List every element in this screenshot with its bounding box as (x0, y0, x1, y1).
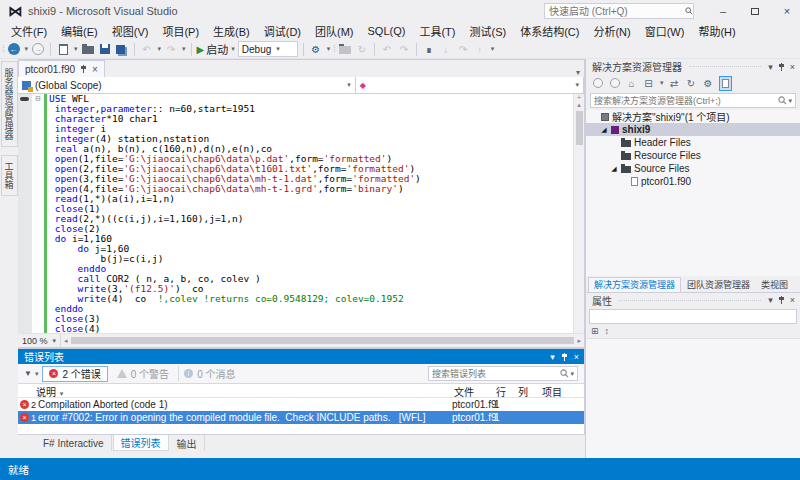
menu-item[interactable]: 视图(V) (105, 21, 156, 41)
menu-item[interactable]: 分析(N) (586, 21, 637, 41)
redo-dropdown-icon[interactable]: ▾ (182, 45, 186, 53)
sort-categorized-icon[interactable]: ⊞ (591, 326, 599, 336)
menu-item[interactable]: SQL(Q) (361, 23, 413, 39)
left-strip-tab[interactable]: 服务器资源管理器 (1, 61, 18, 147)
navigate-back-button[interactable]: ← (7, 41, 21, 57)
tree-item[interactable]: 解决方案"shixi9"(1 个项目) (586, 110, 800, 123)
editor-vscrollbar[interactable]: + ▴ (573, 94, 584, 333)
pin-icon[interactable] (778, 296, 785, 304)
menu-item[interactable]: 体系结构(C) (513, 21, 586, 41)
tree-item[interactable]: Resource Files (586, 149, 800, 162)
right-tab[interactable]: 团队资源管理器 (682, 277, 755, 292)
outline-margin[interactable]: ⊟ (32, 94, 44, 333)
expand-arrow-icon[interactable]: ◢ (610, 165, 618, 173)
solution-search-box[interactable]: ▾ (590, 93, 796, 108)
navigate-back-dropdown-icon[interactable]: ▾ (25, 45, 29, 53)
close-panel-icon[interactable]: × (790, 295, 795, 305)
step-over-button[interactable]: ↷ (456, 41, 470, 57)
tab-close-icon[interactable]: × (92, 64, 98, 75)
quick-launch-input[interactable] (545, 6, 685, 17)
column-header-col[interactable]: 列 (516, 384, 540, 399)
menu-item[interactable]: 调试(D) (257, 21, 308, 41)
save-all-button[interactable] (115, 41, 129, 57)
error-search-input[interactable] (432, 369, 560, 379)
scroll-right-icon[interactable]: ▸ (577, 337, 581, 345)
bottom-tab[interactable]: 错误列表 (113, 435, 169, 451)
save-button[interactable] (98, 41, 112, 57)
open-file-button[interactable] (81, 41, 95, 57)
se-back-button[interactable] (591, 76, 604, 91)
close-button[interactable]: × (774, 5, 800, 17)
toolbar-grip[interactable]: ⁞ (2, 44, 4, 54)
menu-item[interactable]: 团队(M) (308, 21, 361, 41)
step-into-button[interactable]: ↓ (439, 41, 453, 57)
window-position-dropdown-icon[interactable]: ▾ (768, 295, 773, 305)
solution-explorer-title-bar[interactable]: 解决方案资源管理器 ▾ × (586, 59, 800, 74)
breakpoint-margin[interactable] (18, 94, 32, 333)
right-tab[interactable]: 解决方案资源管理器 (588, 277, 681, 292)
new-file-button[interactable] (56, 41, 70, 57)
solution-search-input[interactable] (594, 96, 778, 106)
scope-select[interactable]: (Global Scope) ▾ (18, 77, 356, 93)
properties-title-bar[interactable]: 属性 ▾ × (586, 293, 800, 308)
minimize-button[interactable]: – (710, 5, 736, 17)
solution-config-select[interactable]: Debug ▾ (238, 41, 298, 57)
bottom-tab[interactable]: F# Interactive (36, 435, 112, 451)
toolbar-overflow-icon[interactable]: ▾ (491, 45, 495, 53)
hscroll-thumb[interactable] (71, 337, 575, 344)
scroll-left-icon[interactable]: ◂ (64, 337, 68, 345)
redo-history-button[interactable]: ↷ (397, 41, 411, 57)
pin-icon[interactable] (778, 63, 785, 71)
menu-item[interactable]: 工具(T) (412, 21, 462, 41)
tree-item[interactable]: Header Files (586, 136, 800, 149)
break-all-button[interactable]: ∎ (422, 41, 436, 57)
column-header-description[interactable]: 说明 ▾ (18, 384, 452, 399)
sort-alphabetical-icon[interactable]: ↕ (605, 326, 610, 336)
tree-item[interactable]: ◢shixi9 (586, 123, 800, 136)
filter-button[interactable]: ▼ ▾ (24, 369, 38, 378)
home-button[interactable]: ⌂ (625, 76, 638, 91)
error-row[interactable]: ×1error #7002: Error in opening the comp… (18, 411, 584, 424)
collapse-dropdown-icon[interactable]: ▾ (660, 79, 664, 87)
quick-launch-box[interactable] (544, 3, 694, 19)
restart-button[interactable]: ↻ (355, 41, 369, 57)
column-header-line[interactable]: 行 (494, 384, 516, 399)
error-search-box[interactable]: ▾ (428, 366, 578, 381)
properties-object-select[interactable] (589, 309, 797, 324)
left-strip-tab[interactable]: 工具箱 (1, 155, 18, 196)
search-dropdown-icon[interactable]: ▾ (788, 97, 792, 105)
toolbar-grip[interactable]: ⁞ (333, 44, 335, 54)
tree-item[interactable]: ◢Source Files (586, 162, 800, 175)
errors-toggle-button[interactable]: × 2 个错误 (42, 366, 107, 382)
collapse-region-icon[interactable]: ⊟ (36, 94, 41, 103)
menu-item[interactable]: 项目(P) (155, 21, 206, 41)
window-position-dropdown-icon[interactable]: ▾ (550, 352, 555, 362)
tree-item[interactable]: ptcor01.f90 (586, 175, 800, 188)
zoom-select[interactable]: 100 % ▾ (18, 334, 61, 347)
menu-item[interactable]: 文件(F) (4, 21, 54, 41)
se-forward-button[interactable] (608, 76, 621, 91)
code-editor[interactable]: USE WFL integer,parameter:: n=60,start=1… (47, 94, 573, 333)
menu-item[interactable]: 测试(S) (462, 21, 513, 41)
step-out-button[interactable]: ↑ (473, 41, 487, 57)
right-tab[interactable]: 类视图 (756, 277, 793, 292)
maximize-button[interactable] (742, 5, 768, 17)
bottom-tab[interactable]: 输出 (170, 435, 205, 451)
scroll-splitter-icon[interactable]: + (577, 94, 581, 101)
pin-icon[interactable] (561, 353, 568, 361)
toolbar-overflow-icon[interactable]: ▾ (327, 45, 331, 53)
editor-hscrollbar[interactable]: ◂ ▸ (61, 337, 584, 345)
warnings-toggle-button[interactable]: 0 个警告 (112, 366, 174, 381)
close-panel-icon[interactable]: × (790, 62, 795, 72)
undo-button[interactable]: ↶ (140, 41, 154, 57)
vscroll-thumb[interactable] (576, 111, 583, 145)
undo-dropdown-icon[interactable]: ▾ (158, 45, 162, 53)
pin-icon[interactable] (80, 65, 87, 73)
sync-with-active-button[interactable]: ⇄ (668, 76, 681, 91)
messages-toggle-button[interactable]: i 0 个消息 (178, 366, 240, 381)
scroll-up-icon[interactable]: ▴ (577, 101, 581, 109)
collapse-all-button[interactable]: ⊟ (642, 76, 655, 91)
redo-button[interactable]: ↷ (164, 41, 178, 57)
member-select[interactable]: ◆ ▾ (356, 77, 584, 93)
menu-item[interactable]: 窗口(W) (638, 21, 692, 41)
